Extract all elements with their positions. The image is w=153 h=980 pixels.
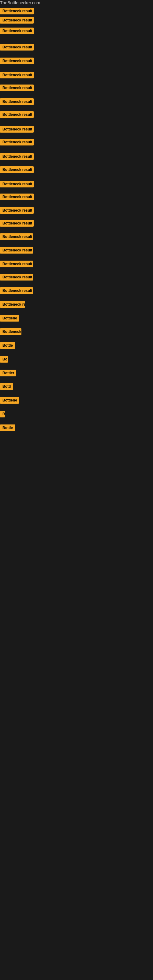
- bottleneck-badge-container-10: Bottleneck result: [0, 126, 33, 134]
- bottleneck-badge-container-25: Bottleneck: [0, 328, 21, 336]
- bottleneck-badge-container-12: Bottleneck result: [0, 153, 33, 161]
- bottleneck-badge-container-26: Bottle: [0, 342, 15, 350]
- bottleneck-badge-container-3: Bottleneck result: [0, 27, 33, 35]
- bottleneck-badge-container-8: Bottleneck result: [0, 98, 33, 106]
- bottleneck-badge-container-32: Bottle: [0, 425, 15, 433]
- bottleneck-result-badge: Bottleneck result: [0, 181, 33, 188]
- bottleneck-badge-container-6: Bottleneck result: [0, 72, 33, 80]
- bottleneck-badge-container-7: Bottleneck result: [0, 84, 33, 92]
- bottleneck-result-badge: Bottleneck result: [0, 72, 33, 78]
- bottleneck-result-badge: Bottleneck result: [0, 44, 33, 51]
- bottleneck-badge-container-5: Bottleneck result: [0, 57, 33, 65]
- bottleneck-result-badge: Bottleneck result: [0, 139, 33, 145]
- bottleneck-badge-container-22: Bottleneck result: [0, 287, 33, 295]
- bottleneck-result-badge: Bottleneck result: [0, 111, 33, 118]
- bottleneck-badge-container-17: Bottleneck result: [0, 220, 33, 228]
- bottleneck-result-badge: Bo: [0, 356, 8, 363]
- bottleneck-badge-container-2: Bottleneck result: [0, 17, 33, 25]
- bottleneck-badge-container-19: Bottleneck result: [0, 247, 33, 255]
- bottleneck-badge-container-1: Bottleneck result: [0, 8, 33, 16]
- bottleneck-badge-container-13: Bottleneck result: [0, 166, 33, 174]
- bottleneck-result-badge: Bottleneck result: [0, 247, 33, 254]
- bottleneck-result-badge: Bottlene: [0, 397, 19, 404]
- bottleneck-badge-container-24: Bottlene: [0, 315, 19, 323]
- bottleneck-result-badge: Bottleneck result: [0, 233, 33, 240]
- bottleneck-badge-container-31: B: [0, 411, 5, 418]
- bottleneck-result-badge: Bottleneck result: [0, 17, 33, 24]
- bottleneck-result-badge: Bottleneck result: [0, 8, 33, 14]
- bottleneck-result-badge: Bottleneck result: [0, 207, 33, 214]
- bottleneck-result-badge: Bottlene: [0, 315, 19, 321]
- bottleneck-result-badge: Bottleneck: [0, 328, 21, 335]
- bottleneck-badge-container-16: Bottleneck result: [0, 207, 33, 215]
- bottleneck-badge-container-4: Bottleneck result: [0, 44, 33, 52]
- bottleneck-badge-container-15: Bottleneck result: [0, 194, 33, 202]
- bottleneck-result-badge: Bottleneck result: [0, 27, 33, 34]
- bottleneck-result-badge: Bottleneck result: [0, 98, 33, 105]
- bottleneck-badge-container-23: Bottleneck re: [0, 301, 25, 309]
- bottleneck-badge-container-30: Bottlene: [0, 397, 19, 405]
- bottleneck-result-badge: Bottleneck result: [0, 220, 33, 227]
- bottleneck-result-badge: Bottleneck result: [0, 153, 33, 160]
- bottleneck-result-badge: Bottl: [0, 383, 13, 390]
- bottleneck-badge-container-11: Bottleneck result: [0, 139, 33, 147]
- bottleneck-result-badge: Bottleneck result: [0, 57, 33, 64]
- bottleneck-badge-container-29: Bottl: [0, 383, 13, 391]
- bottleneck-badge-container-14: Bottleneck result: [0, 181, 33, 189]
- bottleneck-badge-container-27: Bo: [0, 356, 8, 364]
- bottleneck-result-badge: Bottle: [0, 425, 15, 431]
- site-title: TheBottlenecker.com: [0, 0, 40, 6]
- bottleneck-result-badge: B: [0, 411, 5, 417]
- bottleneck-badge-container-21: Bottleneck result: [0, 274, 33, 282]
- bottleneck-badge-container-20: Bottleneck result: [0, 261, 33, 269]
- bottleneck-badge-container-9: Bottleneck result: [0, 111, 33, 119]
- bottleneck-result-badge: Bottle: [0, 342, 15, 349]
- bottleneck-result-badge: Bottler: [0, 370, 16, 376]
- bottleneck-result-badge: Bottleneck result: [0, 274, 33, 280]
- bottleneck-badge-container-28: Bottler: [0, 370, 16, 378]
- bottleneck-result-badge: Bottleneck result: [0, 261, 33, 267]
- bottleneck-result-badge: Bottleneck result: [0, 84, 33, 91]
- bottleneck-result-badge: Bottleneck re: [0, 301, 25, 308]
- bottleneck-result-badge: Bottleneck result: [0, 126, 33, 133]
- bottleneck-result-badge: Bottleneck result: [0, 287, 33, 294]
- bottleneck-result-badge: Bottleneck result: [0, 194, 33, 200]
- bottleneck-result-badge: Bottleneck result: [0, 166, 33, 173]
- bottleneck-badge-container-18: Bottleneck result: [0, 233, 33, 241]
